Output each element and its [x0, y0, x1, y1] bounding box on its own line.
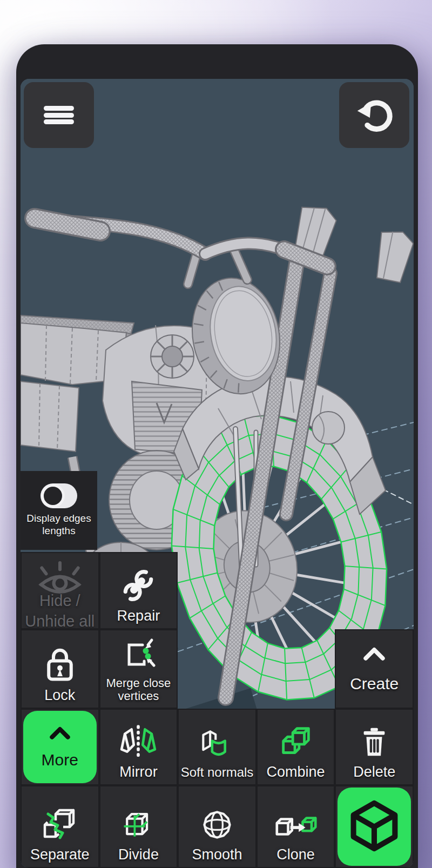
tool-label: Merge close vertices [100, 677, 177, 703]
tool-hide-unhide-all[interactable]: Hide / Unhide all [21, 552, 99, 629]
viewport-passthrough [178, 629, 256, 709]
undo-button[interactable] [339, 82, 409, 148]
viewport-passthrough [335, 552, 414, 629]
tool-label: Repair [117, 608, 160, 624]
undo-arrow-icon [354, 94, 394, 136]
chevron-up-icon [359, 645, 389, 664]
merge-vertices-icon [121, 638, 156, 675]
tool-delete[interactable]: Delete [335, 709, 414, 785]
mirror-icon [118, 724, 159, 762]
tool-mirror[interactable]: Mirror [99, 709, 178, 785]
combine-icon [277, 725, 315, 762]
chevron-up-icon [46, 725, 74, 742]
edge-length-toggle-panel: Display edges lengths [21, 471, 97, 550]
soft-normals-icon [199, 729, 235, 763]
divide-icon [120, 808, 157, 844]
backdrop: Display edges lengths Hide / Unhide all [0, 0, 432, 868]
tool-divide[interactable]: Divide [99, 785, 178, 868]
tool-label: Clone [276, 846, 315, 863]
tool-label: Hide / Unhide all [22, 591, 98, 629]
trash-icon [357, 725, 391, 762]
tool-label: More [42, 751, 78, 769]
tool-lock[interactable]: Lock [21, 629, 99, 709]
sphere-icon [200, 808, 234, 844]
menu-button[interactable] [24, 82, 94, 148]
more-button[interactable]: More [23, 711, 97, 783]
tool-label: Soft normals [181, 765, 254, 780]
tool-repair[interactable]: Repair [99, 552, 178, 629]
tool-label: Smooth [192, 846, 242, 863]
edge-length-toggle-switch[interactable] [40, 483, 77, 508]
wrench-icon [120, 568, 156, 605]
tool-add-primitive[interactable] [335, 785, 414, 868]
viewport-passthrough [256, 629, 335, 709]
toggle-knob [41, 484, 65, 508]
tool-label: Combine [267, 764, 325, 780]
viewport-passthrough [256, 552, 335, 629]
viewport-passthrough [178, 552, 256, 629]
cube-icon [340, 791, 409, 863]
edge-length-toggle-label: Display edges lengths [21, 513, 97, 537]
clone-icon [273, 811, 319, 844]
separate-icon [40, 808, 79, 844]
tool-label: Create [350, 675, 399, 693]
phone-frame: Display edges lengths Hide / Unhide all [16, 44, 418, 868]
tool-soft-normals[interactable]: Soft normals [178, 709, 256, 785]
tool-merge-close-vertices[interactable]: Merge close vertices [99, 629, 178, 709]
tool-combine[interactable]: Combine [256, 709, 335, 785]
tool-more[interactable]: More [21, 709, 99, 785]
hamburger-menu-icon [44, 104, 74, 126]
tool-label: Mirror [119, 764, 157, 780]
tool-clone[interactable]: Clone [256, 785, 335, 868]
tool-create[interactable]: Create [335, 629, 414, 709]
tool-smooth[interactable]: Smooth [178, 785, 256, 868]
tool-label: Delete [353, 764, 395, 780]
app-screen: Display edges lengths Hide / Unhide all [21, 79, 414, 868]
tool-separate[interactable]: Separate [21, 785, 99, 868]
tool-grid: Hide / Unhide all Repair [21, 552, 414, 868]
tool-label: Divide [118, 846, 159, 863]
tool-label: Lock [44, 687, 75, 703]
add-primitive-button[interactable] [338, 788, 411, 866]
lock-icon [41, 645, 79, 685]
tool-label: Separate [30, 846, 90, 863]
